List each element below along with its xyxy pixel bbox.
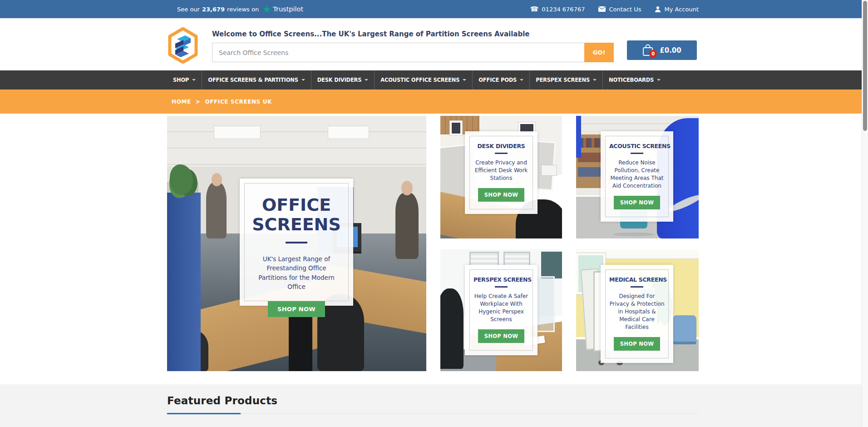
search-input[interactable] [212,43,584,62]
photo-person [206,182,227,238]
photo-cabinet [541,252,562,278]
chevron-down-icon [463,79,466,81]
envelope-icon [598,6,606,12]
photo-partition [576,116,581,158]
topbar-links: ☎ 01234 676767 Contact Us My Account [530,6,699,13]
acoustic-screens-card: ACOUSTIC SCREENS Reduce Noise Pollution,… [601,131,673,222]
shop-now-button[interactable]: SHOP NOW [478,188,525,202]
photo-ceiling [167,116,426,167]
reviews-count: 23,679 [202,6,225,13]
photo-perspex-screen [535,276,555,332]
nav-item-shop[interactable]: SHOP [167,70,202,89]
nav-item-office-screens-partitions[interactable]: OFFICE SCREENS & PARTITIONS [202,70,311,89]
breadcrumb-current: OFFICE SCREENS UK [205,99,271,105]
photo-person [401,181,413,195]
scrollbar-thumb[interactable] [863,1,867,131]
nav-item-desk-dividers[interactable]: DESK DIVIDERS [311,70,375,89]
nav-item-acoustic-office-screens[interactable]: ACOUSTIC OFFICE SCREENS [374,70,472,89]
photo-plant [170,164,193,195]
featured-products-heading: Featured Products [167,395,699,407]
site-header: Welcome to Office Screens...The UK's Lar… [0,18,868,70]
main-navigation: SHOP OFFICE SCREENS & PARTITIONS DESK DI… [0,70,868,89]
photo-light [328,126,369,139]
banner-title: PERSPEX SCREENS [473,276,529,283]
trustpilot-star-icon: ★ [263,5,271,14]
medical-screens-card: MEDICAL SCREENS Designed For Privacy & P… [601,265,673,363]
photo-books [578,138,602,148]
contact-us-link[interactable]: Contact Us [598,6,641,13]
contact-us-label: Contact Us [609,6,641,13]
perspex-screens-card: PERSPEX SCREENS Help Create A Safer Work… [465,265,538,355]
topbar: See our 23,679 reviews on ★ Trustpilot ☎… [0,0,868,18]
chevron-down-icon [593,79,597,81]
title-divider [495,286,508,288]
shop-now-button[interactable]: SHOP NOW [614,196,661,209]
shopping-bag-icon: 0 [642,44,653,56]
banner-title: ACOUSTIC SCREENS [609,143,665,149]
breadcrumb-bar: HOME > OFFICE SCREENS UK [0,89,868,114]
banner-office-screens[interactable]: OFFICE SCREENS UK's Largest Range of Fre… [167,116,426,371]
shop-now-button[interactable]: SHOP NOW [478,329,525,343]
banner-description: Reduce Noise Pollution, Create Meeting A… [609,159,665,190]
photo-partition [167,193,201,371]
breadcrumb: HOME > OFFICE SCREENS UK [167,89,699,114]
title-divider [631,153,643,154]
banner-title: MEDICAL SCREENS [609,276,665,283]
chevron-down-icon [657,79,661,81]
nav-item-perspex-screens[interactable]: PERSPEX SCREENS [529,70,602,89]
photo-person [395,193,419,259]
banner-acoustic-screens[interactable]: ACOUSTIC SCREENS Reduce Noise Pollution,… [576,116,699,238]
chevron-down-icon [520,79,523,81]
trustpilot-reviews-link[interactable]: See our 23,679 reviews on ★ Trustpilot [177,5,303,14]
phone-number: 01234 676767 [542,6,585,13]
shop-now-button[interactable]: SHOP NOW [268,301,325,317]
chevron-down-icon [192,79,196,81]
breadcrumb-home-link[interactable]: HOME [172,99,191,105]
section-divider [167,413,699,414]
photo-person [212,173,222,186]
chevron-down-icon [301,79,305,81]
desk-dividers-card: DESK DIVIDERS Create Privacy and Efficie… [465,131,538,214]
reviews-prefix: See our [177,6,200,13]
shop-now-button[interactable]: SHOP NOW [614,337,661,351]
trustpilot-label: Trustpilot [273,5,303,13]
photo-computer [289,310,312,371]
featured-products-section: Featured Products [0,384,868,427]
user-icon [655,6,661,12]
cart-total: £0.00 [660,46,681,55]
cart-count-badge: 0 [649,50,657,58]
banner-description: UK's Largest Range of Freestanding Offic… [249,254,344,291]
welcome-message: Welcome to Office Screens...The UK's Lar… [212,30,614,38]
banner-title: OFFICE SCREENS [249,195,344,234]
banner-perspex-screens[interactable]: PERSPEX SCREENS Help Create A Safer Work… [440,249,562,371]
title-divider [286,242,307,243]
banner-desk-dividers[interactable]: DESK DIVIDERS Create Privacy and Efficie… [440,116,562,238]
cart-button[interactable]: 0 £0.00 [627,40,697,60]
photo-printer [541,165,557,176]
chevron-right-icon: > [196,99,201,105]
site-logo[interactable] [167,27,199,64]
my-account-link[interactable]: My Account [655,6,699,13]
phone-link[interactable]: ☎ 01234 676767 [530,6,585,13]
nav-item-office-pods[interactable]: OFFICE PODS [472,70,529,89]
photo-chair-base [613,233,655,236]
chevron-down-icon [365,79,368,81]
banner-medical-screens[interactable]: MEDICAL SCREENS Designed For Privacy & P… [576,249,699,371]
banner-description: Designed For Privacy & Protection in Hos… [609,293,665,331]
photo-picture [450,121,462,135]
photo-light [214,126,261,139]
title-divider [631,286,643,288]
office-screens-card: OFFICE SCREENS UK's Largest Range of Fre… [240,179,353,306]
title-divider [495,153,508,154]
reviews-suffix: reviews on [227,6,259,13]
photo-chair [673,315,696,344]
phone-icon: ☎ [530,6,539,13]
banner-description: Create Privacy and Efficient Desk Work S… [473,159,529,182]
category-banners-section: OFFICE SCREENS UK's Largest Range of Fre… [0,114,868,384]
photo-chair [440,288,464,369]
search-go-button[interactable]: GO! [584,43,614,62]
nav-item-noticeboards[interactable]: NOTICEBOARDS [602,70,666,89]
banner-title: DESK DIVIDERS [473,143,529,149]
my-account-label: My Account [664,6,699,13]
page-scrollbar[interactable] [862,0,868,427]
